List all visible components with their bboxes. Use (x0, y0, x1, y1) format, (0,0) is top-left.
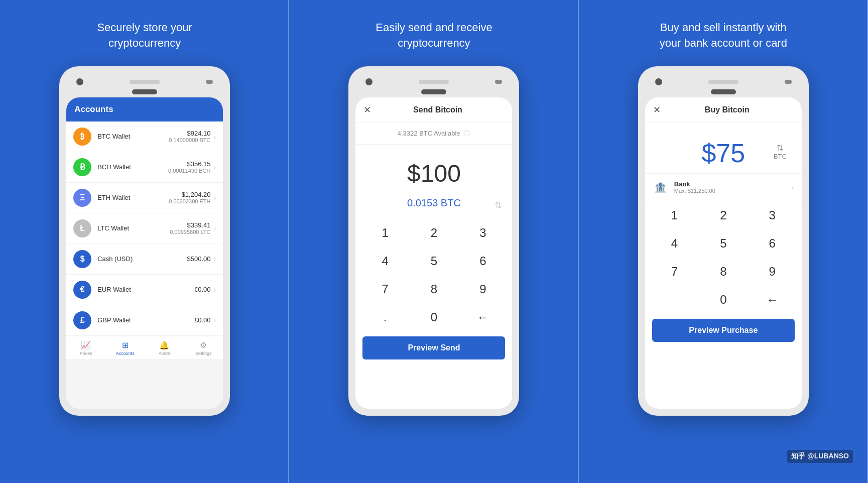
phone-screen-3: ✕ Buy Bitcoin $75 ⇅ BTC 🏦 Bank Max: $11,… (645, 97, 802, 409)
buy-close-button[interactable]: ✕ (653, 104, 661, 115)
bch-crypto: 0.00011490 BCH (168, 168, 210, 174)
sensor-3 (785, 80, 792, 84)
swap-icon[interactable]: ⇅ (494, 200, 502, 211)
key-8[interactable]: 8 (410, 275, 458, 303)
key-1[interactable]: 1 (360, 219, 409, 247)
wallet-usd[interactable]: $ Cash (USD) $500.00 › (66, 244, 223, 275)
nav-settings-label: Settings (195, 351, 212, 356)
btc-usd: $924.10 (169, 130, 210, 137)
buy-key-0[interactable]: 0 (699, 286, 748, 314)
nav-alerts-label: Alerts (159, 351, 170, 356)
wallet-ltc[interactable]: Ł LTC Wallet $339.41 0.00995800 LTC › (66, 213, 223, 244)
key-0[interactable]: 0 (410, 303, 458, 331)
eur-info: EUR Wallet (97, 286, 194, 293)
key-9[interactable]: 9 (458, 275, 507, 303)
info-icon: ⓘ (464, 130, 470, 137)
wallet-bch[interactable]: Ƀ BCH Wallet $356.15 0.00011490 BCH › (66, 152, 223, 183)
bch-balance: $356.15 0.00011490 BCH (168, 160, 210, 174)
accounts-screen: Accounts ₿ BTC Wallet $924.10 0.14000000… (66, 97, 223, 409)
ltc-crypto: 0.00995800 LTC (170, 229, 210, 235)
phone-top-bar-1 (66, 73, 223, 89)
nav-alerts[interactable]: 🔔 Alerts (145, 340, 184, 356)
ltc-info: LTC Wallet (97, 224, 170, 232)
panel-store-title: Securely store your cryptocurrency (97, 20, 192, 51)
usd-icon: $ (73, 250, 91, 268)
nav-prices[interactable]: 📈 Prices (66, 340, 105, 356)
alerts-icon: 🔔 (159, 340, 169, 350)
phone-1: Accounts ₿ BTC Wallet $924.10 0.14000000… (59, 66, 230, 416)
buy-key-1[interactable]: 1 (650, 201, 699, 229)
panel-buy: Buy and sell instantly with your bank ac… (579, 0, 868, 483)
key-5[interactable]: 5 (410, 247, 458, 275)
panel-store: Securely store your cryptocurrency Accou… (0, 0, 289, 483)
key-backspace[interactable]: ← (458, 303, 507, 331)
buy-key-2[interactable]: 2 (699, 201, 748, 229)
buy-key-9[interactable]: 9 (748, 258, 796, 286)
bank-max: Max: $11,250.00 (674, 188, 791, 194)
wallet-btc[interactable]: ₿ BTC Wallet $924.10 0.14000000 BTC › (66, 122, 223, 152)
send-close-button[interactable]: ✕ (363, 104, 371, 115)
send-amount-usd: $100 (365, 160, 502, 187)
wallet-gbp[interactable]: £ GBP Wallet £0.00 › (66, 305, 223, 336)
preview-send-button[interactable]: Preview Send (362, 336, 505, 359)
usd-info: Cash (USD) (97, 255, 187, 263)
eur-name: EUR Wallet (97, 286, 194, 293)
eth-info: ETH Wallet (97, 194, 169, 201)
key-dot[interactable]: . (360, 303, 409, 331)
key-2[interactable]: 2 (410, 219, 458, 247)
eth-chevron: › (213, 194, 216, 202)
settings-icon: ⚙ (200, 340, 207, 350)
phone-top-bar-3 (645, 73, 802, 89)
wallet-eur[interactable]: € EUR Wallet €0.00 › (66, 275, 223, 305)
buy-key-3[interactable]: 3 (748, 201, 796, 229)
send-amount-crypto: 0.0153 BTC ⇅ (355, 192, 512, 219)
preview-purchase-button[interactable]: Preview Purchase (652, 319, 795, 342)
buy-key-4[interactable]: 4 (650, 229, 699, 258)
nav-accounts[interactable]: ⊞ Accounts (105, 340, 145, 356)
key-3[interactable]: 3 (458, 219, 507, 247)
eth-usd: $1,204.20 (169, 191, 210, 198)
key-6[interactable]: 6 (458, 247, 507, 275)
swap-arrows-icon: ⇅ (777, 143, 783, 152)
buy-numpad: 1 2 3 4 5 6 7 8 9 0 ← (645, 201, 802, 314)
buy-key-6[interactable]: 6 (748, 229, 796, 258)
phone-top-bar-2 (355, 73, 512, 89)
buy-currency-label: ⇅ BTC (774, 143, 787, 160)
btc-icon: ₿ (73, 128, 91, 146)
phone-screen-1: Accounts ₿ BTC Wallet $924.10 0.14000000… (66, 97, 223, 409)
panel-buy-title: Buy and sell instantly with your bank ac… (660, 20, 787, 51)
key-7[interactable]: 7 (360, 275, 409, 303)
nav-accounts-label: Accounts (116, 351, 135, 356)
accounts-header: Accounts (66, 97, 223, 122)
buy-key-8[interactable]: 8 (699, 258, 748, 286)
buy-amount-value: $75 (701, 138, 745, 168)
eur-icon: € (73, 281, 91, 299)
buy-key-backspace[interactable]: ← (748, 286, 796, 314)
btc-info: BTC Wallet (97, 133, 169, 140)
btc-crypto: 0.14000000 BTC (169, 137, 210, 143)
bank-icon: 🏦 (653, 180, 668, 195)
usd-chevron: › (213, 255, 216, 263)
nav-settings[interactable]: ⚙ Settings (184, 340, 223, 356)
bank-info: Bank Max: $11,250.00 (674, 180, 791, 194)
buy-currency-text: BTC (774, 152, 787, 160)
buy-header: ✕ Buy Bitcoin (645, 97, 802, 123)
wallet-eth[interactable]: Ξ ETH Wallet $1,204.20 0.00202300 ETH › (66, 183, 223, 213)
send-title: Send Bitcoin (371, 105, 504, 114)
sensor-2 (495, 80, 502, 84)
key-4[interactable]: 4 (360, 247, 409, 275)
prices-icon: 📈 (81, 340, 91, 350)
speaker-2 (419, 80, 449, 84)
panel-send: Easily send and receive cryptocurrency ✕… (289, 0, 578, 483)
eth-crypto: 0.00202300 ETH (169, 198, 210, 204)
bank-row[interactable]: 🏦 Bank Max: $11,250.00 › (645, 173, 802, 201)
btc-name: BTC Wallet (97, 133, 169, 140)
ltc-balance: $339.41 0.00995800 LTC (170, 221, 210, 235)
ltc-usd: $339.41 (170, 221, 210, 229)
bch-usd: $356.15 (168, 160, 210, 168)
eur-chevron: › (213, 286, 216, 294)
usd-name: Cash (USD) (97, 255, 187, 263)
gbp-usd: £0.00 (194, 316, 211, 324)
buy-key-5[interactable]: 5 (699, 229, 748, 258)
buy-key-7[interactable]: 7 (650, 258, 699, 286)
